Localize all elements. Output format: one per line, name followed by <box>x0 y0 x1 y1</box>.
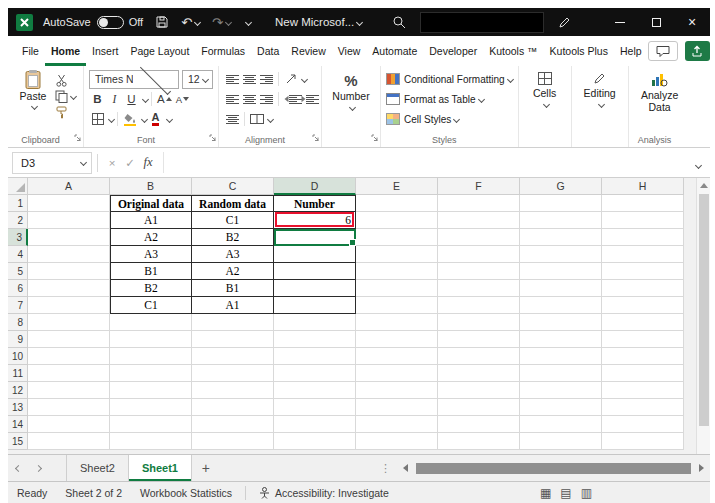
cut-button[interactable] <box>55 72 76 88</box>
align-left-button[interactable] <box>224 91 241 107</box>
cell-H7[interactable] <box>602 297 684 314</box>
tab-view[interactable]: View <box>332 36 367 66</box>
cell-A11[interactable] <box>28 365 110 382</box>
underline-button[interactable]: U <box>125 93 138 105</box>
font-name-combo[interactable]: Times New Ro <box>89 70 179 89</box>
cell-A5[interactable] <box>28 263 110 280</box>
cell-C15[interactable] <box>192 433 274 450</box>
increase-font-button[interactable]: A <box>157 93 172 105</box>
row-header-8[interactable]: 8 <box>8 314 28 331</box>
row-header-13[interactable]: 13 <box>8 399 28 416</box>
horizontal-scroll-thumb[interactable] <box>416 463 691 474</box>
cell-H14[interactable] <box>602 416 684 433</box>
cell-E12[interactable] <box>356 382 438 399</box>
cell-A1[interactable] <box>28 195 110 212</box>
cell-B14[interactable] <box>110 416 192 433</box>
tab-scroll-handle[interactable]: ⋮ <box>380 455 391 481</box>
cell-G6[interactable] <box>520 280 602 297</box>
cell-D6[interactable] <box>274 280 356 297</box>
align-right-button[interactable] <box>258 91 275 107</box>
cell-E13[interactable] <box>356 399 438 416</box>
expand-formula-bar-button[interactable] <box>684 154 710 172</box>
scroll-right-button[interactable] <box>694 464 708 472</box>
save-button[interactable] <box>155 15 169 29</box>
cell-A2[interactable] <box>28 212 110 229</box>
cell-C2[interactable]: C1 <box>192 212 274 229</box>
cell-B4[interactable]: A3 <box>110 246 192 263</box>
cell-H11[interactable] <box>602 365 684 382</box>
cell-C7[interactable]: A1 <box>192 297 274 314</box>
column-header-C[interactable]: C <box>192 178 274 195</box>
font-dialog-launcher[interactable] <box>209 127 216 145</box>
cell-G11[interactable] <box>520 365 602 382</box>
cell-D9[interactable] <box>274 331 356 348</box>
cell-E15[interactable] <box>356 433 438 450</box>
clipboard-dialog-launcher[interactable] <box>74 127 81 145</box>
cell-B5[interactable]: B1 <box>110 263 192 280</box>
cell-H9[interactable] <box>602 331 684 348</box>
row-header-12[interactable]: 12 <box>8 382 28 399</box>
cell-A12[interactable] <box>28 382 110 399</box>
cell-F2[interactable] <box>438 212 520 229</box>
cell-H15[interactable] <box>602 433 684 450</box>
cell-A15[interactable] <box>28 433 110 450</box>
cell-F9[interactable] <box>438 331 520 348</box>
cell-E6[interactable] <box>356 280 438 297</box>
cell-H2[interactable] <box>602 212 684 229</box>
cell-D12[interactable] <box>274 382 356 399</box>
cell-C3[interactable]: B2 <box>192 229 274 246</box>
fill-color-button[interactable] <box>123 113 137 126</box>
cell-C9[interactable] <box>192 331 274 348</box>
column-header-G[interactable]: G <box>520 178 602 195</box>
cell-F10[interactable] <box>438 348 520 365</box>
cell-D14[interactable] <box>274 416 356 433</box>
scroll-up-button[interactable] <box>697 178 710 192</box>
number-format-button[interactable]: % Number <box>327 69 375 110</box>
accessibility-checker-button[interactable]: Accessibility: Investigate <box>250 487 398 499</box>
insert-function-button[interactable]: fx <box>139 155 157 170</box>
tab-kutools[interactable]: Kutools ™ <box>483 36 543 66</box>
cell-D3[interactable] <box>274 229 356 246</box>
cell-A9[interactable] <box>28 331 110 348</box>
decrease-font-button[interactable]: A <box>176 94 189 105</box>
cell-C10[interactable] <box>192 348 274 365</box>
close-button[interactable]: × <box>674 8 710 36</box>
cell-D8[interactable] <box>274 314 356 331</box>
cell-A10[interactable] <box>28 348 110 365</box>
cell-D2[interactable]: 6 <box>274 212 356 229</box>
column-header-D[interactable]: D <box>274 178 356 195</box>
row-header-11[interactable]: 11 <box>8 365 28 382</box>
row-header-6[interactable]: 6 <box>8 280 28 297</box>
cell-G12[interactable] <box>520 382 602 399</box>
row-header-10[interactable]: 10 <box>8 348 28 365</box>
cell-E14[interactable] <box>356 416 438 433</box>
cell-A6[interactable] <box>28 280 110 297</box>
cell-A8[interactable] <box>28 314 110 331</box>
tab-insert[interactable]: Insert <box>86 36 124 66</box>
cell-E8[interactable] <box>356 314 438 331</box>
cell-G13[interactable] <box>520 399 602 416</box>
cell-F8[interactable] <box>438 314 520 331</box>
bold-button[interactable]: B <box>91 93 104 105</box>
cell-F12[interactable] <box>438 382 520 399</box>
format-painter-button[interactable] <box>55 104 76 120</box>
font-size-combo[interactable]: 12 <box>182 70 213 89</box>
cell-B1[interactable]: Original data <box>110 195 192 212</box>
cell-F6[interactable] <box>438 280 520 297</box>
row-header-9[interactable]: 9 <box>8 331 28 348</box>
cell-G1[interactable] <box>520 195 602 212</box>
format-as-table-button[interactable]: Format as Table <box>386 89 513 109</box>
cell-C12[interactable] <box>192 382 274 399</box>
minimize-button[interactable] <box>602 8 638 36</box>
tab-data[interactable]: Data <box>251 36 285 66</box>
vertical-scroll-thumb[interactable] <box>699 194 709 426</box>
cell-B8[interactable] <box>110 314 192 331</box>
cells-button[interactable]: Cells <box>524 69 566 107</box>
cell-H5[interactable] <box>602 263 684 280</box>
cell-F3[interactable] <box>438 229 520 246</box>
cell-C4[interactable]: A3 <box>192 246 274 263</box>
sheet-tab-sheet2[interactable]: Sheet2 <box>66 455 129 481</box>
cell-G14[interactable] <box>520 416 602 433</box>
borders-button[interactable] <box>91 113 104 125</box>
cell-F7[interactable] <box>438 297 520 314</box>
